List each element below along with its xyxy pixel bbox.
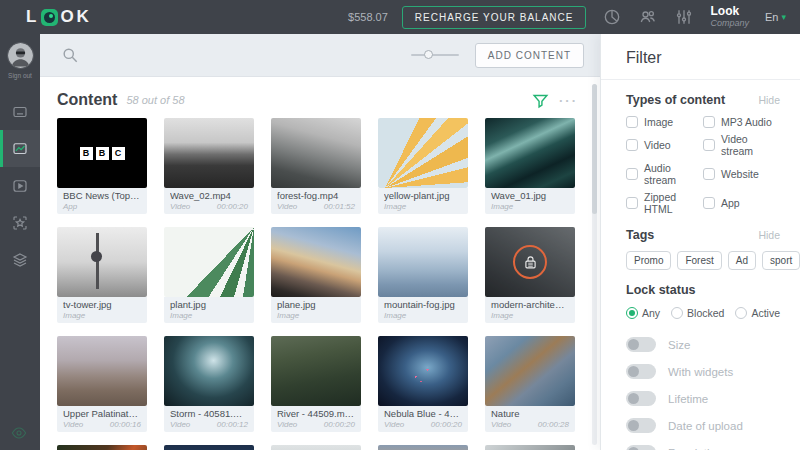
content-card[interactable]: plane.jpgImage — [271, 227, 361, 323]
filter-type-video[interactable]: Video — [626, 133, 703, 157]
card-name: Upper Palatinate - ... — [63, 408, 141, 419]
lock-status-any[interactable]: Any — [626, 307, 660, 319]
content-card[interactable] — [485, 445, 575, 450]
card-thumbnail-yellow-plant — [378, 118, 468, 188]
content-type-checkboxes: ImageMP3 AudioVideoVideo streamAudio str… — [626, 116, 780, 215]
content-card[interactable]: yellow-plant.jpgImage — [378, 118, 468, 214]
card-type: Video — [491, 420, 511, 429]
thumbnail-size-slider[interactable] — [411, 54, 459, 56]
thumbnail-size-slider-knob[interactable] — [424, 50, 433, 59]
card-label: BBC News (Top Sto...App — [57, 188, 147, 214]
content-card[interactable] — [164, 445, 254, 450]
app-logo[interactable]: L OK — [26, 7, 92, 27]
filter-panel: Filter Types of content Hide ImageMP3 Au… — [600, 34, 800, 450]
tag-chip-forest[interactable]: Forest — [677, 251, 721, 270]
content-card[interactable]: BBCBBC News (Top Sto...App — [57, 118, 147, 214]
content-card[interactable] — [271, 445, 361, 450]
card-name: plant.jpg — [170, 299, 248, 310]
content-card[interactable] — [57, 445, 147, 450]
checkbox-label: Image — [644, 116, 673, 128]
filter-type-mp3-audio[interactable]: MP3 Audio — [703, 116, 780, 128]
sidebar-item-screens[interactable] — [0, 93, 40, 130]
card-label: plant.jpgImage — [164, 297, 254, 323]
filter-type-app[interactable]: App — [703, 191, 780, 215]
content-card[interactable]: modern-architectu...Image — [485, 227, 575, 323]
lock-icon — [513, 245, 547, 279]
filter-funnel-icon[interactable] — [532, 92, 549, 109]
toggle-size[interactable]: Size — [626, 337, 780, 352]
lock-status-active[interactable]: Active — [735, 307, 780, 319]
toggle-resolution[interactable]: Resolution — [626, 445, 780, 450]
filter-type-audio-stream[interactable]: Audio stream — [626, 162, 703, 186]
card-duration: 00:00:16 — [110, 420, 141, 429]
sidebar-item-playlists[interactable] — [0, 167, 40, 204]
sidebar-item-widgets[interactable] — [0, 204, 40, 241]
card-name: mountain-fog.jpg — [384, 299, 462, 310]
card-label: yellow-plant.jpgImage — [378, 188, 468, 214]
topbar-icons — [602, 7, 694, 27]
tags-hide-link[interactable]: Hide — [758, 229, 780, 241]
lock-status-radios: AnyBlockedActive — [626, 307, 780, 319]
tag-chip-promo[interactable]: Promo — [626, 251, 671, 270]
statistics-pie-icon[interactable] — [602, 7, 622, 27]
filter-type-zipped-html[interactable]: Zipped HTML — [626, 191, 703, 215]
card-thumbnail-r4-flower — [57, 445, 147, 450]
sign-out-link[interactable]: Sign out — [8, 72, 32, 79]
content-card[interactable]: Wave_02.mp4Video00:00:20 — [164, 118, 254, 214]
checkbox-label: Zipped HTML — [644, 191, 703, 215]
card-thumbnail-plane — [271, 227, 361, 297]
card-name: tv-tower.jpg — [63, 299, 141, 310]
more-options-icon[interactable]: ··· — [559, 93, 578, 108]
card-meta: Image — [491, 202, 569, 211]
content-card[interactable]: River - 44509.mp4Video00:00:20 — [271, 336, 361, 432]
card-thumbnail-r4-sunset — [378, 445, 468, 450]
card-meta: Image — [170, 311, 248, 320]
content-scrollbar[interactable] — [592, 84, 597, 445]
card-meta: Video00:01:52 — [277, 202, 355, 211]
sidebar-item-content[interactable] — [0, 130, 40, 167]
toggle-label: Size — [668, 339, 690, 351]
search-icon[interactable] — [60, 45, 80, 65]
card-thumbnail-coast — [485, 336, 575, 406]
language-selector[interactable]: En ▾ — [765, 11, 786, 23]
content-card[interactable]: NatureVideo00:00:28 — [485, 336, 575, 432]
content-toolbar: ADD CONTENT — [40, 34, 600, 77]
radio-icon — [626, 307, 638, 319]
toggle-with-widgets[interactable]: With widgets — [626, 364, 780, 379]
card-thumbnail-r4-interior — [271, 445, 361, 450]
card-label: River - 44509.mp4Video00:00:20 — [271, 406, 361, 432]
recharge-balance-button[interactable]: RECHARGE YOUR BALANCE — [402, 6, 587, 29]
add-content-button[interactable]: ADD CONTENT — [475, 43, 584, 68]
content-card[interactable] — [378, 445, 468, 450]
card-type: Video — [63, 420, 83, 429]
tag-chip-sport[interactable]: sport — [762, 251, 800, 270]
checkbox-label: Video stream — [721, 133, 780, 157]
settings-sliders-icon[interactable] — [674, 7, 694, 27]
content-card[interactable]: forest-fog.mp4Video00:01:52 — [271, 118, 361, 214]
user-avatar[interactable] — [7, 42, 34, 69]
filter-type-image[interactable]: Image — [626, 116, 703, 128]
content-card[interactable]: Upper Palatinate - ...Video00:00:16 — [57, 336, 147, 432]
card-type: Image — [63, 311, 85, 320]
toggle-lifetime[interactable]: Lifetime — [626, 391, 780, 406]
content-card[interactable]: plant.jpgImage — [164, 227, 254, 323]
content-card[interactable]: Wave_01.jpgImage — [485, 118, 575, 214]
card-duration: 00:00:20 — [324, 420, 355, 429]
types-hide-link[interactable]: Hide — [758, 94, 780, 106]
filter-type-website[interactable]: Website — [703, 162, 780, 186]
toggle-switch — [626, 364, 656, 379]
scrollbar-thumb[interactable] — [592, 84, 597, 214]
filter-type-video-stream[interactable]: Video stream — [703, 133, 780, 157]
content-card[interactable]: Nebula Blue - 4925...Video00:00:20 — [378, 336, 468, 432]
card-duration: 00:00:20 — [217, 202, 248, 211]
content-card[interactable]: Storm - 40581.mp4Video00:00:12 — [164, 336, 254, 432]
lock-status-blocked[interactable]: Blocked — [671, 307, 724, 319]
card-meta: Image — [384, 311, 462, 320]
tag-chip-ad[interactable]: Ad — [728, 251, 756, 270]
toggle-date-of-upload[interactable]: Date of upload — [626, 418, 780, 433]
account-menu[interactable]: Look Company — [710, 5, 749, 28]
sidebar-item-layers[interactable] — [0, 241, 40, 278]
content-card[interactable]: mountain-fog.jpgImage — [378, 227, 468, 323]
users-icon[interactable] — [638, 7, 658, 27]
content-card[interactable]: tv-tower.jpgImage — [57, 227, 147, 323]
